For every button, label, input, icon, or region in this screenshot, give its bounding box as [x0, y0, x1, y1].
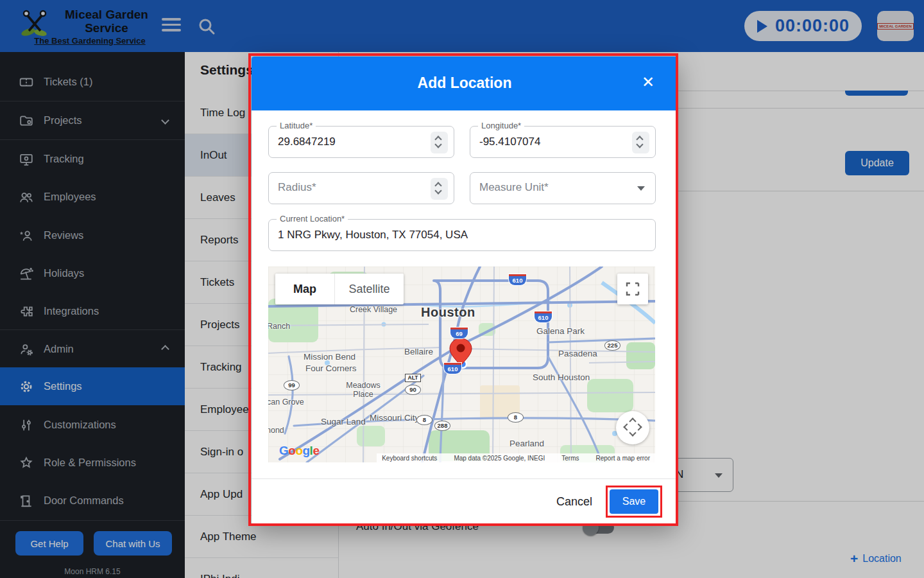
- pan-left-icon: [623, 423, 630, 430]
- current-location-field[interactable]: Current Location*: [268, 219, 656, 251]
- pan-right-icon: [635, 423, 642, 430]
- us-route-shield: 8: [416, 415, 432, 425]
- map-place-label: Sugar Land: [321, 417, 366, 426]
- latitude-input[interactable]: [278, 127, 406, 157]
- map-place-label: Ranch: [268, 322, 290, 331]
- pan-control[interactable]: [616, 411, 649, 444]
- interstate-shield: 610: [444, 363, 461, 374]
- map-city-label-houston: Houston: [421, 305, 475, 320]
- close-icon[interactable]: ✕: [642, 74, 654, 90]
- add-location-modal: Add Location ✕ Latitude* Longitude* Radi…: [252, 57, 678, 525]
- map-type-control: Map Satellite: [275, 274, 404, 304]
- map-place-label: South Houston: [533, 372, 590, 382]
- map-place-label: Meadows Place: [340, 381, 386, 399]
- current-location-input[interactable]: [278, 220, 624, 250]
- radius-stepper[interactable]: [431, 178, 448, 200]
- map-place-label: Mission Bend: [304, 352, 355, 362]
- map-place-label: Pasadena: [558, 349, 597, 358]
- map-place-label: Pearland: [509, 439, 544, 448]
- pan-down-icon: [629, 429, 636, 436]
- map-place-label: Bellaire: [404, 347, 433, 356]
- interstate-shield: 69: [450, 328, 468, 338]
- save-button[interactable]: Save: [610, 489, 658, 514]
- map-tab[interactable]: Map: [275, 274, 334, 304]
- map-place-label: can Grove: [268, 398, 304, 407]
- measure-unit-label: Measure Unit*: [479, 181, 549, 194]
- radius-field[interactable]: Radius*: [268, 172, 454, 204]
- keyboard-shortcuts-link[interactable]: Keyboard shortcuts: [382, 455, 437, 462]
- longitude-input[interactable]: [479, 127, 608, 157]
- google-logo: Google: [279, 444, 319, 458]
- select-caret-icon: [637, 186, 645, 191]
- latitude-stepper[interactable]: [431, 132, 448, 153]
- us-route-shield: 99: [284, 380, 300, 390]
- map-place-label: Missouri City: [370, 413, 419, 423]
- interstate-shield: 610: [509, 274, 526, 285]
- interstate-shield: 610: [535, 311, 552, 322]
- map-place-label: Galena Park: [536, 326, 585, 336]
- us-route-shield: 8: [508, 412, 524, 423]
- google-map[interactable]: Hunters Creek Village Houston Galena Par…: [268, 267, 655, 462]
- alt-route-banner: ALT: [405, 374, 421, 382]
- modal-header: Add Location ✕: [252, 57, 678, 110]
- terms-link[interactable]: Terms: [561, 455, 579, 462]
- map-place-label: nond: [268, 426, 284, 435]
- us-route-shield: 90: [405, 385, 421, 395]
- divider: [252, 478, 678, 479]
- cancel-button[interactable]: Cancel: [553, 491, 595, 512]
- map-place-label: Four Corners: [305, 363, 357, 373]
- longitude-field[interactable]: Longitude*: [470, 126, 656, 158]
- latitude-field[interactable]: Latitude*: [268, 126, 454, 158]
- map-attribution: Keyboard shortcuts Map data ©2025 Google…: [377, 453, 655, 462]
- fullscreen-button[interactable]: [617, 274, 648, 304]
- radius-label: Radius*: [278, 181, 316, 194]
- satellite-tab[interactable]: Satellite: [334, 274, 404, 304]
- map-data-text: Map data ©2025 Google, INEGI: [454, 455, 545, 462]
- modal-title: Add Location: [252, 74, 678, 92]
- us-route-shield: 225: [604, 340, 620, 351]
- longitude-stepper[interactable]: [632, 132, 649, 153]
- pan-up-icon: [629, 417, 636, 425]
- us-route-shield: 288: [434, 421, 450, 431]
- measure-unit-select[interactable]: Measure Unit*: [470, 172, 656, 204]
- report-map-error-link[interactable]: Report a map error: [596, 455, 650, 462]
